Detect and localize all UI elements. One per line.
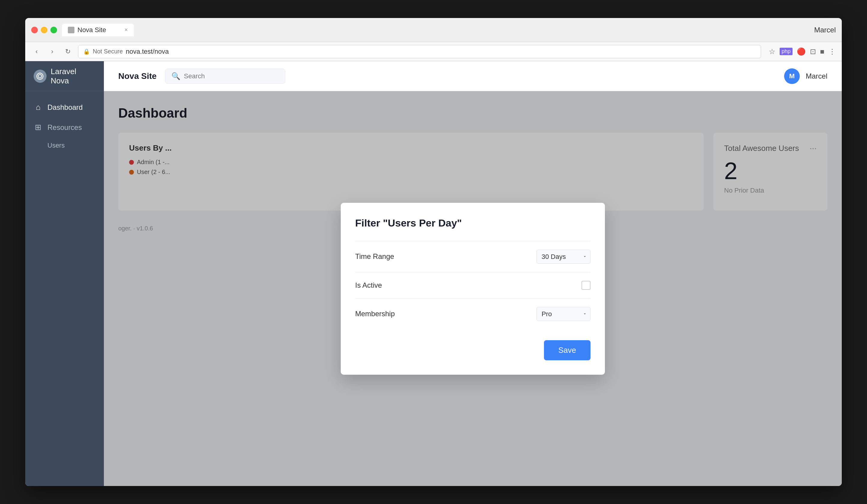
sidebar: Laravel Nova ⌂ Dashboard ⊞ Resources Use… (25, 61, 104, 486)
modal-row-membership: Membership Free Pro Enterprise (355, 298, 590, 329)
extension-icon-3[interactable]: ■ (820, 47, 825, 56)
forward-button[interactable]: › (47, 46, 58, 57)
user-name: Marcel (806, 72, 827, 80)
window-user: Marcel (814, 26, 836, 34)
address-bar[interactable]: 🔒 Not Secure nova.test/nova (78, 45, 761, 58)
modal-label-is-active: Is Active (355, 281, 382, 289)
tab-close-button[interactable]: × (124, 26, 128, 33)
close-button[interactable] (31, 27, 38, 33)
maximize-button[interactable] (51, 27, 57, 33)
filter-modal: Filter "Users Per Day" Time Range 7 Days… (341, 203, 605, 375)
modal-row-time-range: Time Range 7 Days 30 Days 60 Days 90 Day… (355, 241, 590, 272)
search-input[interactable] (184, 72, 279, 80)
time-range-select[interactable]: 7 Days 30 Days 60 Days 90 Days (536, 250, 590, 264)
header-right: M Marcel (784, 68, 827, 84)
minimize-button[interactable] (41, 27, 47, 33)
modal-label-time-range: Time Range (355, 252, 394, 261)
page-body: Dashboard Users By ... Admin (1 -... (104, 91, 842, 486)
sidebar-nav: ⌂ Dashboard ⊞ Resources Users (25, 91, 104, 160)
tab-title: Nova Site (77, 26, 106, 34)
menu-icon[interactable]: ⋮ (828, 47, 836, 56)
brand-logo (34, 69, 46, 83)
is-active-checkbox[interactable] (581, 281, 590, 290)
extension-icon-2[interactable]: ⊡ (810, 47, 816, 56)
sidebar-item-dashboard[interactable]: ⌂ Dashboard (25, 97, 104, 117)
modal-footer: Save (355, 334, 590, 360)
sidebar-item-users[interactable]: Users (47, 138, 104, 154)
tab-favicon (68, 27, 74, 33)
modal-label-membership: Membership (355, 310, 395, 318)
back-button[interactable]: ‹ (31, 46, 42, 57)
app-layout: Laravel Nova ⌂ Dashboard ⊞ Resources Use… (25, 61, 842, 486)
save-button[interactable]: Save (544, 340, 590, 360)
browser-titlebar: Nova Site × Marcel (25, 18, 842, 42)
sidebar-label-dashboard: Dashboard (47, 103, 83, 112)
lock-icon: 🔒 (83, 48, 90, 55)
security-label: Not Secure (93, 48, 123, 55)
modal-title: Filter "Users Per Day" (355, 217, 590, 229)
php-badge: php (780, 48, 792, 55)
sidebar-label-users: Users (47, 142, 65, 150)
membership-select[interactable]: Free Pro Enterprise (536, 307, 590, 321)
search-bar[interactable]: 🔍 (165, 69, 285, 84)
dashboard-icon: ⌂ (34, 102, 43, 112)
resources-icon: ⊞ (34, 123, 43, 132)
sidebar-subnav: Users (25, 138, 104, 154)
main-content: Nova Site 🔍 M Marcel Dashboard Users By … (104, 61, 842, 486)
brand-name: Laravel Nova (51, 67, 95, 86)
url-display: nova.test/nova (126, 48, 169, 55)
extension-icon-1[interactable]: 🔴 (797, 47, 806, 56)
modal-overlay[interactable]: Filter "Users Per Day" Time Range 7 Days… (104, 91, 842, 486)
site-name: Nova Site (118, 72, 157, 81)
user-avatar: M (784, 68, 800, 84)
bookmark-icon[interactable]: ☆ (769, 47, 775, 56)
traffic-lights (31, 27, 57, 33)
browser-nav: ‹ › ↻ 🔒 Not Secure nova.test/nova ☆ php … (25, 42, 842, 61)
nav-actions: ☆ php 🔴 ⊡ ■ ⋮ (769, 47, 836, 56)
top-header: Nova Site 🔍 M Marcel (104, 61, 842, 91)
sidebar-brand: Laravel Nova (25, 61, 104, 91)
search-icon: 🔍 (171, 72, 180, 80)
reload-button[interactable]: ↻ (62, 46, 73, 57)
sidebar-item-resources[interactable]: ⊞ Resources (25, 117, 104, 138)
modal-row-is-active: Is Active (355, 272, 590, 298)
browser-tab[interactable]: Nova Site × (62, 24, 134, 36)
sidebar-label-resources: Resources (47, 123, 82, 132)
